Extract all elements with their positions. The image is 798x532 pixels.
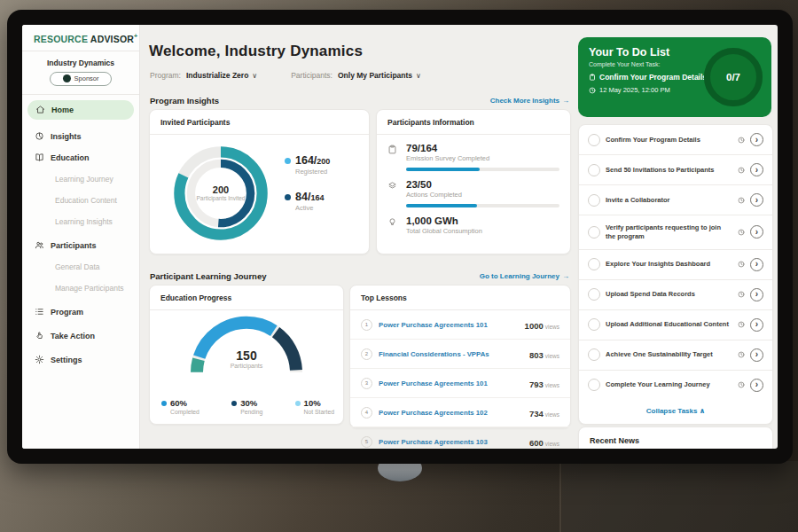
clock-icon (738, 381, 745, 388)
lesson-row: 4 Power Purchase Agreements 102 734views (350, 398, 570, 427)
arrow-right-icon: → (562, 272, 569, 280)
sidebar-item-label: Learning Insights (55, 217, 113, 226)
stat-label: Actions Completed (406, 191, 559, 199)
task-row[interactable]: Confirm Your Program Details › (579, 125, 772, 155)
rank-badge: 5 (361, 436, 372, 448)
sidebar-item-learning-journey[interactable]: Learning Journey (22, 168, 139, 190)
chevron-right-icon: › (755, 259, 758, 269)
task-go-button[interactable]: › (750, 163, 763, 176)
card-title: Invited Participants (150, 110, 369, 135)
task-checkbox[interactable] (588, 226, 600, 239)
stat-emission-survey: 79/164 Emission Survey Completed (377, 135, 570, 171)
rank-badge: 2 (361, 348, 372, 360)
active-dot-icon (285, 194, 291, 200)
lesson-link[interactable]: Power Purchase Agreements 103 (379, 438, 523, 446)
collapse-tasks-link[interactable]: Collapse Tasks ∧ (579, 400, 772, 422)
chevron-right-icon: › (755, 227, 758, 237)
education-gauge-chart (184, 312, 309, 379)
monitor-bezel: RESOURCE ADVISOR+ Industry Dynamics Spon… (7, 10, 793, 464)
invited-legend: 164/200 Registered 84/164 Active (285, 154, 330, 227)
task-go-button[interactable]: › (750, 258, 763, 271)
task-go-button[interactable]: › (750, 193, 763, 207)
todo-task-list: Confirm Your Program Details › Send 50 I… (578, 124, 773, 425)
clock-icon (738, 291, 745, 298)
bulb-icon (387, 215, 399, 240)
progress-fill (406, 204, 477, 207)
stat-value: 1,000 GWh (406, 215, 559, 226)
sidebar-item-take-action[interactable]: Take Action (22, 325, 139, 347)
learning-journey-header: Participant Learning Journey Go to Learn… (150, 271, 569, 281)
task-go-button[interactable]: › (750, 225, 763, 239)
sidebar-item-participants[interactable]: Participants (22, 235, 139, 256)
task-label: Verify participants requesting to join t… (606, 223, 732, 241)
layers-icon (387, 179, 399, 207)
sidebar-item-label: Participants (51, 241, 97, 250)
registered-label: Registered (295, 168, 330, 176)
sidebar-item-education-content[interactable]: Education Content (22, 190, 139, 211)
lesson-row: 3 Power Purchase Agreements 101 793views (350, 369, 570, 398)
sidebar-item-general-data[interactable]: General Data (22, 256, 139, 278)
task-checkbox[interactable] (588, 164, 600, 176)
program-select[interactable]: Industrialize Zero ∨ (186, 71, 257, 80)
sidebar-item-education[interactable]: Education (22, 147, 139, 168)
sidebar-item-program[interactable]: Program (22, 301, 139, 323)
check-more-insights-link[interactable]: Check More Insights→ (490, 97, 569, 105)
invited-count: 200 (213, 184, 229, 195)
task-checkbox[interactable] (588, 288, 600, 301)
logo-plus: + (134, 33, 137, 39)
lesson-link[interactable]: Power Purchase Agreements 101 (379, 321, 519, 329)
task-go-button[interactable]: › (750, 288, 763, 301)
gauge-center: 150 Participants (150, 349, 343, 369)
chevron-right-icon: › (755, 165, 758, 175)
sidebar-item-label: Learning Journey (55, 175, 113, 184)
task-checkbox[interactable] (588, 318, 600, 331)
invited-count-label: Participants Invited (195, 195, 246, 203)
task-row[interactable]: Send 50 Invitations to Participants › (579, 155, 772, 185)
legend-not-started: 10% Not Started (295, 398, 334, 415)
sidebar-item-label: General Data (55, 262, 100, 271)
progress-track (406, 204, 559, 207)
task-checkbox[interactable] (588, 379, 600, 391)
sidebar-item-learning-insights[interactable]: Learning Insights (22, 211, 139, 232)
lesson-row: 5 Power Purchase Agreements 103 600views (350, 427, 570, 449)
due-label: 12 May 2025, 12:00 PM (599, 86, 670, 94)
task-go-button[interactable]: › (750, 348, 763, 362)
sidebar-item-settings[interactable]: Settings (22, 349, 139, 371)
clock-icon (738, 351, 745, 358)
participants-count: 150 (150, 349, 343, 363)
participants-select[interactable]: Only My Participants ∨ (338, 71, 421, 80)
participants-filter-label: Participants: (291, 71, 332, 80)
task-go-button[interactable]: › (750, 133, 763, 146)
sidebar-item-insights[interactable]: Insights (22, 126, 139, 147)
chevron-right-icon: › (755, 195, 758, 205)
task-checkbox[interactable] (588, 348, 600, 361)
task-row[interactable]: Explore Your Insights Dashboard › (579, 250, 772, 280)
recent-news-title: Recent News (579, 427, 772, 449)
task-row[interactable]: Complete Your Learning Journey › (579, 371, 772, 400)
not-started-dot-icon (295, 401, 301, 406)
logo-advisor: ADVISOR (90, 34, 134, 44)
go-to-learning-journey-link[interactable]: Go to Learning Journey→ (480, 272, 569, 280)
sidebar-item-home[interactable]: Home (27, 100, 134, 120)
task-checkbox[interactable] (588, 258, 600, 270)
lesson-link[interactable]: Power Purchase Agreements 102 (379, 409, 523, 417)
lesson-link[interactable]: Financial Considerations - VPPAs (379, 350, 523, 358)
clipboard-icon (589, 74, 596, 81)
task-row[interactable]: Upload Additional Educational Content › (579, 310, 772, 340)
task-checkbox[interactable] (588, 194, 600, 207)
link-label: Go to Learning Journey (480, 272, 559, 280)
task-go-button[interactable]: › (750, 318, 763, 332)
sidebar-item-manage-participants[interactable]: Manage Participants (22, 278, 139, 299)
list-icon (35, 307, 44, 317)
lesson-link[interactable]: Power Purchase Agreements 101 (379, 379, 523, 387)
completed-label: Completed (170, 409, 200, 415)
task-row[interactable]: Invite a Collaborator › (579, 185, 772, 215)
program-value: Industrialize Zero (186, 71, 248, 80)
task-row[interactable]: Upload Spend Data Records › (579, 280, 772, 310)
task-row[interactable]: Verify participants requesting to join t… (579, 215, 772, 250)
task-row[interactable]: Achieve One Sustainability Target › (579, 340, 772, 371)
task-go-button[interactable]: › (750, 379, 763, 392)
task-checkbox[interactable] (588, 134, 600, 146)
invited-participants-card: Invited Participants 200 Participants In… (149, 109, 370, 254)
chevron-right-icon: › (755, 135, 758, 145)
